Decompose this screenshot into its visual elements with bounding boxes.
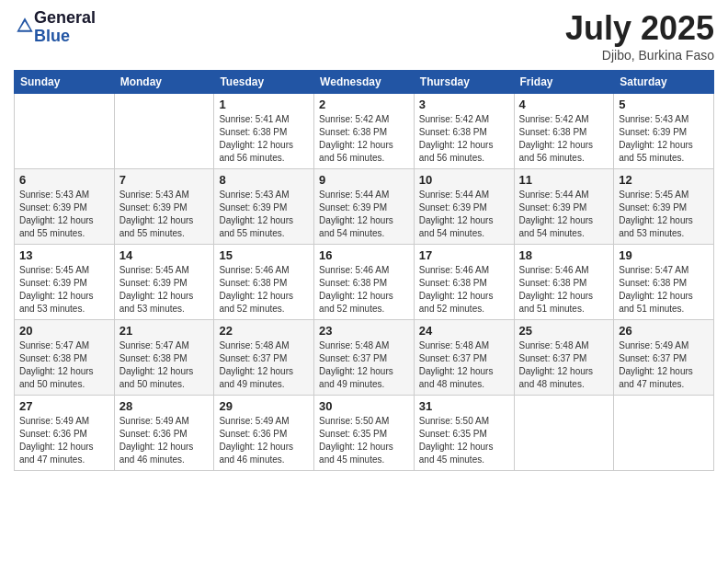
header-day-tuesday: Tuesday	[214, 71, 314, 94]
day-number: 16	[319, 248, 409, 262]
day-info: Sunrise: 5:44 AMSunset: 6:39 PMDaylight:…	[419, 189, 509, 240]
header-day-sunday: Sunday	[15, 71, 115, 94]
day-number: 7	[119, 173, 210, 187]
day-info: Sunrise: 5:43 AMSunset: 6:39 PMDaylight:…	[119, 189, 210, 240]
day-info: Sunrise: 5:46 AMSunset: 6:38 PMDaylight:…	[219, 264, 309, 316]
day-number: 20	[19, 324, 109, 338]
calendar-cell: 25Sunrise: 5:48 AMSunset: 6:37 PMDayligh…	[514, 320, 614, 396]
calendar-cell: 31Sunrise: 5:50 AMSunset: 6:35 PMDayligh…	[414, 396, 514, 471]
day-number: 21	[119, 324, 210, 338]
day-info: Sunrise: 5:48 AMSunset: 6:37 PMDaylight:…	[419, 339, 509, 391]
calendar-cell	[15, 94, 115, 169]
calendar-table: SundayMondayTuesdayWednesdayThursdayFrid…	[14, 70, 714, 471]
day-info: Sunrise: 5:45 AMSunset: 6:39 PMDaylight:…	[19, 264, 109, 316]
week-row-4: 20Sunrise: 5:47 AMSunset: 6:38 PMDayligh…	[15, 320, 714, 396]
calendar-cell: 13Sunrise: 5:45 AMSunset: 6:39 PMDayligh…	[15, 245, 115, 320]
location: Djibo, Burkina Faso	[565, 48, 714, 63]
month-title: July 2025	[565, 9, 714, 48]
day-number: 17	[419, 248, 509, 262]
week-row-3: 13Sunrise: 5:45 AMSunset: 6:39 PMDayligh…	[15, 245, 714, 320]
day-info: Sunrise: 5:44 AMSunset: 6:39 PMDaylight:…	[519, 189, 609, 240]
day-number: 1	[219, 98, 309, 111]
day-info: Sunrise: 5:48 AMSunset: 6:37 PMDaylight:…	[519, 339, 609, 391]
day-info: Sunrise: 5:41 AMSunset: 6:38 PMDaylight:…	[219, 113, 309, 165]
calendar-cell: 16Sunrise: 5:46 AMSunset: 6:38 PMDayligh…	[314, 245, 415, 320]
header: General Blue July 2025 Djibo, Burkina Fa…	[14, 9, 714, 63]
calendar-cell: 17Sunrise: 5:46 AMSunset: 6:38 PMDayligh…	[414, 245, 514, 320]
calendar-cell: 28Sunrise: 5:49 AMSunset: 6:36 PMDayligh…	[114, 396, 214, 471]
day-number: 12	[619, 173, 709, 187]
day-number: 3	[419, 98, 509, 111]
day-info: Sunrise: 5:49 AMSunset: 6:36 PMDaylight:…	[219, 415, 309, 466]
logo-blue: Blue	[34, 28, 96, 46]
calendar-cell	[114, 94, 214, 169]
day-number: 19	[619, 248, 709, 262]
day-info: Sunrise: 5:42 AMSunset: 6:38 PMDaylight:…	[319, 113, 409, 165]
calendar-cell: 15Sunrise: 5:46 AMSunset: 6:38 PMDayligh…	[214, 245, 314, 320]
day-info: Sunrise: 5:50 AMSunset: 6:35 PMDaylight:…	[319, 415, 409, 466]
day-info: Sunrise: 5:45 AMSunset: 6:39 PMDaylight:…	[119, 264, 210, 316]
day-number: 26	[619, 324, 709, 338]
day-number: 8	[219, 173, 309, 187]
day-number: 11	[519, 173, 609, 187]
logo-icon	[16, 17, 34, 35]
calendar-cell: 19Sunrise: 5:47 AMSunset: 6:38 PMDayligh…	[614, 245, 714, 320]
calendar-cell: 12Sunrise: 5:45 AMSunset: 6:39 PMDayligh…	[614, 169, 714, 245]
calendar-cell: 2Sunrise: 5:42 AMSunset: 6:38 PMDaylight…	[314, 94, 415, 169]
day-number: 31	[419, 399, 509, 413]
calendar-cell: 9Sunrise: 5:44 AMSunset: 6:39 PMDaylight…	[314, 169, 415, 245]
logo-general: General	[34, 9, 96, 28]
calendar-cell: 26Sunrise: 5:49 AMSunset: 6:37 PMDayligh…	[614, 320, 714, 396]
header-day-monday: Monday	[114, 71, 214, 94]
calendar-cell: 27Sunrise: 5:49 AMSunset: 6:36 PMDayligh…	[15, 396, 115, 471]
calendar-cell: 18Sunrise: 5:46 AMSunset: 6:38 PMDayligh…	[514, 245, 614, 320]
day-number: 27	[19, 399, 109, 413]
day-number: 15	[219, 248, 309, 262]
calendar-cell: 22Sunrise: 5:48 AMSunset: 6:37 PMDayligh…	[214, 320, 314, 396]
calendar-cell: 23Sunrise: 5:48 AMSunset: 6:37 PMDayligh…	[314, 320, 415, 396]
calendar-cell: 3Sunrise: 5:42 AMSunset: 6:38 PMDaylight…	[414, 94, 514, 169]
day-number: 9	[319, 173, 409, 187]
header-day-saturday: Saturday	[614, 71, 714, 94]
day-info: Sunrise: 5:44 AMSunset: 6:39 PMDaylight:…	[319, 189, 409, 240]
logo-text: General Blue	[34, 9, 96, 46]
day-number: 13	[19, 248, 109, 262]
calendar-cell: 7Sunrise: 5:43 AMSunset: 6:39 PMDaylight…	[114, 169, 214, 245]
day-number: 23	[319, 324, 409, 338]
day-info: Sunrise: 5:46 AMSunset: 6:38 PMDaylight:…	[319, 264, 409, 316]
week-row-2: 6Sunrise: 5:43 AMSunset: 6:39 PMDaylight…	[15, 169, 714, 245]
day-number: 22	[219, 324, 309, 338]
day-info: Sunrise: 5:50 AMSunset: 6:35 PMDaylight:…	[419, 415, 509, 466]
day-number: 24	[419, 324, 509, 338]
calendar-cell: 29Sunrise: 5:49 AMSunset: 6:36 PMDayligh…	[214, 396, 314, 471]
calendar-cell: 21Sunrise: 5:47 AMSunset: 6:38 PMDayligh…	[114, 320, 214, 396]
day-number: 25	[519, 324, 609, 338]
day-info: Sunrise: 5:49 AMSunset: 6:36 PMDaylight:…	[19, 415, 109, 466]
calendar-cell: 10Sunrise: 5:44 AMSunset: 6:39 PMDayligh…	[414, 169, 514, 245]
day-info: Sunrise: 5:45 AMSunset: 6:39 PMDaylight:…	[619, 189, 709, 240]
calendar-cell: 24Sunrise: 5:48 AMSunset: 6:37 PMDayligh…	[414, 320, 514, 396]
day-info: Sunrise: 5:49 AMSunset: 6:36 PMDaylight:…	[119, 415, 210, 466]
day-info: Sunrise: 5:42 AMSunset: 6:38 PMDaylight:…	[419, 113, 509, 165]
day-info: Sunrise: 5:47 AMSunset: 6:38 PMDaylight:…	[619, 264, 709, 316]
day-number: 6	[19, 173, 109, 187]
day-info: Sunrise: 5:42 AMSunset: 6:38 PMDaylight:…	[519, 113, 609, 165]
week-row-5: 27Sunrise: 5:49 AMSunset: 6:36 PMDayligh…	[15, 396, 714, 471]
day-number: 18	[519, 248, 609, 262]
day-number: 30	[319, 399, 409, 413]
title-section: July 2025 Djibo, Burkina Faso	[565, 9, 714, 63]
day-number: 4	[519, 98, 609, 111]
day-number: 2	[319, 98, 409, 111]
day-info: Sunrise: 5:48 AMSunset: 6:37 PMDaylight:…	[319, 339, 409, 391]
calendar-cell: 4Sunrise: 5:42 AMSunset: 6:38 PMDaylight…	[514, 94, 614, 169]
day-number: 14	[119, 248, 210, 262]
day-info: Sunrise: 5:46 AMSunset: 6:38 PMDaylight:…	[419, 264, 509, 316]
day-info: Sunrise: 5:46 AMSunset: 6:38 PMDaylight:…	[519, 264, 609, 316]
day-info: Sunrise: 5:48 AMSunset: 6:37 PMDaylight:…	[219, 339, 309, 391]
day-info: Sunrise: 5:47 AMSunset: 6:38 PMDaylight:…	[19, 339, 109, 391]
day-info: Sunrise: 5:43 AMSunset: 6:39 PMDaylight:…	[19, 189, 109, 240]
day-info: Sunrise: 5:47 AMSunset: 6:38 PMDaylight:…	[119, 339, 210, 391]
header-row: SundayMondayTuesdayWednesdayThursdayFrid…	[15, 71, 714, 94]
day-info: Sunrise: 5:43 AMSunset: 6:39 PMDaylight:…	[619, 113, 709, 165]
day-number: 5	[619, 98, 709, 111]
